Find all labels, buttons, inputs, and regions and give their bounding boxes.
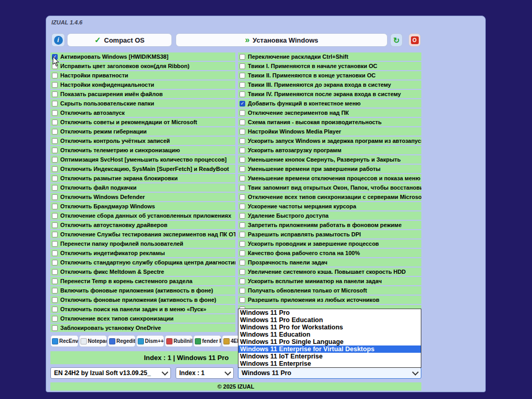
- tool-button-dism[interactable]: Dism++: [136, 335, 164, 347]
- option-row[interactable]: Отключение сбора данных об установленных…: [50, 211, 235, 220]
- option-row[interactable]: Получать обновления только от Microsoft: [238, 286, 421, 295]
- tool-button-notepad[interactable]: Notepad: [79, 335, 107, 347]
- option-row[interactable]: Отключить телеметрию и синхронизацию: [50, 146, 235, 154]
- build-combo[interactable]: EN 24H2 by Izual Soft v13.09.25_: [50, 367, 171, 379]
- option-row[interactable]: Отключить режим гибернации: [50, 127, 235, 136]
- checkbox[interactable]: [240, 222, 245, 228]
- checkbox[interactable]: [52, 204, 58, 209]
- option-row[interactable]: Ускорить всплытие миниатюр на панели зад…: [238, 277, 421, 285]
- checkbox[interactable]: [52, 129, 58, 135]
- option-row[interactable]: Разрешить исправлять размытость DPI: [238, 230, 421, 238]
- checkbox[interactable]: [52, 297, 58, 303]
- option-row[interactable]: Запретить приложениям работать в фоновом…: [238, 221, 421, 229]
- checkbox[interactable]: [240, 232, 245, 237]
- option-row[interactable]: Твики III. Применяются до экрана входа в…: [238, 81, 421, 89]
- option-row[interactable]: Исправить цвет заголовков окон(для Ribbo…: [50, 62, 235, 70]
- dropdown-item[interactable]: Windows 11 Education: [238, 331, 421, 338]
- option-row[interactable]: Отключить поиск на панели задач и в меню…: [50, 305, 235, 313]
- title-bar[interactable]: IZUAL 1.4.6: [46, 16, 485, 29]
- checkbox[interactable]: [240, 157, 245, 163]
- option-row[interactable]: Настройки конфиденциальности: [50, 81, 235, 89]
- option-row[interactable]: Прозрачность панели задач: [238, 258, 421, 267]
- dropdown-item[interactable]: Windows 11 Pro for Workstations: [238, 324, 421, 331]
- checkbox[interactable]: [240, 269, 245, 275]
- option-row[interactable]: Отключение всех типов синхронизации с се…: [238, 193, 421, 201]
- checkbox[interactable]: [52, 232, 58, 237]
- checkbox[interactable]: [52, 157, 58, 163]
- checkbox[interactable]: [240, 110, 245, 116]
- option-row[interactable]: Перенести Temp в корень системного разде…: [50, 277, 235, 285]
- checkbox[interactable]: [52, 213, 58, 219]
- option-row[interactable]: Отключить индетификатор рекламы: [50, 249, 235, 257]
- sku-combo[interactable]: Windows 11 Pro: [238, 367, 421, 379]
- install-windows-button[interactable]: » Установка Windows: [176, 33, 388, 47]
- checkbox[interactable]: [52, 316, 58, 322]
- checkbox[interactable]: [52, 119, 58, 125]
- option-row[interactable]: Отключить фикс Meltdown & Spectre: [50, 268, 235, 276]
- option-row[interactable]: Отключить автоустановку драйверов: [50, 221, 235, 229]
- option-row[interactable]: Ускорить запуск Windows и задержка прогр…: [238, 137, 421, 145]
- checkbox[interactable]: [52, 288, 58, 294]
- checkbox[interactable]: [240, 194, 245, 200]
- option-row[interactable]: ✓Активировать Windows [HWID/KMS38]: [50, 52, 235, 61]
- checkbox[interactable]: [52, 269, 58, 275]
- checkbox[interactable]: [52, 166, 58, 172]
- dropdown-item[interactable]: Windows 11 Pro Education: [238, 316, 421, 324]
- index-combo[interactable]: Index : 1: [176, 367, 234, 379]
- option-row[interactable]: Удаление Быстрого доступа: [238, 211, 421, 220]
- checkbox[interactable]: [240, 288, 245, 294]
- checkbox[interactable]: [240, 54, 245, 60]
- checkbox[interactable]: [240, 166, 245, 172]
- checkbox[interactable]: [240, 250, 245, 256]
- option-row[interactable]: Ускорить проводник и завершение процессо…: [238, 240, 421, 248]
- checkbox[interactable]: [240, 241, 245, 247]
- compact-os-button[interactable]: ✓ Compact OS: [67, 33, 172, 47]
- checkbox[interactable]: [240, 138, 245, 144]
- tool-button-recenv[interactable]: RecEnv: [50, 335, 78, 347]
- checkbox[interactable]: [240, 119, 245, 125]
- tool-button-defender[interactable]: fender Re: [193, 335, 221, 347]
- option-row[interactable]: Твики I. Применяются в начале установки …: [238, 62, 421, 70]
- option-row[interactable]: Ускорить автозагрузку программ: [238, 146, 421, 154]
- option-row[interactable]: Отключить размытие экрана блокировки: [50, 174, 235, 182]
- option-row[interactable]: Отключить файл подкачки: [50, 183, 235, 192]
- option-row[interactable]: Твики IV. Применяются после экрана входа…: [238, 90, 421, 98]
- option-row[interactable]: Оптимизация SvcHost [уменьшить количеств…: [50, 155, 235, 164]
- option-row[interactable]: Скрыть пользовательские папки: [50, 99, 235, 108]
- dropdown-item[interactable]: Windows 11 Pro Single Language: [238, 338, 421, 345]
- dropdown-item[interactable]: Windows 11 IoT Enterprise: [238, 353, 421, 360]
- option-row[interactable]: Настройки приватности: [50, 71, 235, 79]
- checkbox[interactable]: [240, 63, 245, 69]
- checkbox[interactable]: [52, 241, 58, 247]
- checkbox[interactable]: [52, 148, 58, 153]
- checkbox[interactable]: [52, 194, 58, 200]
- checkbox[interactable]: [240, 91, 245, 97]
- checkbox[interactable]: [240, 204, 245, 209]
- checkbox[interactable]: [52, 307, 58, 312]
- option-row[interactable]: ✓Добавить функций в контекстное меню: [238, 99, 421, 108]
- checkbox[interactable]: [52, 176, 58, 181]
- dropdown-item[interactable]: Windows 11 Pro: [238, 309, 421, 316]
- dropdown-item[interactable]: Windows 11 Enterprise for Virtual Deskto…: [238, 345, 421, 353]
- option-row[interactable]: Переключение раскладки Ctrl+Shift: [238, 52, 421, 61]
- checkbox[interactable]: [240, 176, 245, 181]
- checkbox[interactable]: [52, 250, 58, 256]
- info-button[interactable]: i: [51, 33, 65, 47]
- checkbox[interactable]: [240, 260, 245, 265]
- checkbox[interactable]: [52, 138, 58, 144]
- checkbox[interactable]: [52, 222, 58, 228]
- checkbox[interactable]: [240, 82, 245, 88]
- exit-button[interactable]: O: [408, 33, 421, 47]
- checkbox[interactable]: [52, 325, 58, 331]
- checkbox-checked[interactable]: ✓: [240, 101, 245, 107]
- option-row[interactable]: Включить фоновые приложения (активность …: [50, 286, 235, 295]
- option-row[interactable]: Отключить советы и рекомендации от Micro…: [50, 118, 235, 126]
- option-row[interactable]: Уменьшение времени при завершении работы: [238, 165, 421, 173]
- checkbox[interactable]: [240, 297, 245, 303]
- checkbox[interactable]: [52, 73, 58, 78]
- option-row[interactable]: Отключить фоновые приложения (активность…: [50, 296, 235, 304]
- checkbox[interactable]: [240, 148, 245, 153]
- option-row[interactable]: Отключить Windows Defender: [50, 193, 235, 201]
- checkbox[interactable]: [240, 185, 245, 191]
- checkbox[interactable]: [240, 213, 245, 219]
